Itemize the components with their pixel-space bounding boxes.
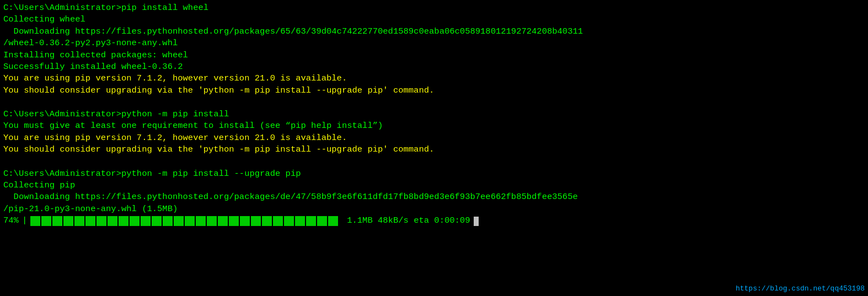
terminal-line: /pip-21.0-py3-none-any.whl (1.5MB) bbox=[3, 203, 865, 215]
terminal-line: Collecting pip bbox=[3, 180, 865, 191]
progress-block bbox=[251, 216, 261, 226]
terminal-line: C:\Users\Administrator>python -m pip ins… bbox=[3, 168, 865, 180]
terminal-warning: You are using pip version 7.1.2, however… bbox=[3, 73, 865, 84]
progress-block bbox=[196, 216, 206, 226]
progress-block bbox=[74, 216, 84, 226]
progress-block bbox=[108, 216, 117, 226]
progress-block bbox=[130, 216, 140, 226]
progress-block bbox=[240, 216, 250, 226]
terminal-warning: You should consider upgrading via the 'p… bbox=[3, 85, 865, 96]
progress-block bbox=[284, 216, 294, 226]
progress-block bbox=[218, 216, 228, 226]
progress-block bbox=[174, 216, 184, 226]
progress-bar bbox=[30, 216, 338, 226]
terminal-warning: You should consider upgrading via the 'p… bbox=[3, 144, 865, 155]
progress-stats: 1.1MB 48kB/s eta 0:00:09 bbox=[347, 215, 470, 227]
terminal-line: C:\Users\Administrator>pip install wheel bbox=[3, 2, 865, 14]
terminal-warning: You are using pip version 7.1.2, however… bbox=[3, 132, 865, 144]
terminal-line: /wheel-0.36.2-py2.py3-none-any.whl bbox=[3, 37, 865, 49]
progress-block bbox=[141, 216, 151, 226]
progress-percent: 74% bbox=[3, 215, 19, 227]
terminal-line: Downloading https://files.pythonhosted.o… bbox=[3, 191, 865, 203]
terminal-line: Installing collected packages: wheel bbox=[3, 50, 865, 61]
terminal-blank bbox=[3, 156, 865, 168]
progress-block bbox=[41, 216, 51, 226]
progress-block bbox=[328, 216, 338, 226]
terminal-line: You must give at least one requirement t… bbox=[3, 120, 865, 132]
cursor bbox=[474, 217, 479, 226]
progress-bar-row: 74% | bbox=[3, 215, 865, 227]
progress-block bbox=[119, 216, 128, 226]
progress-block bbox=[306, 216, 316, 226]
terminal-line: Successfully installed wheel-0.36.2 bbox=[3, 61, 865, 73]
watermark: https://blog.csdn.net/qq453198 bbox=[736, 284, 865, 294]
progress-block bbox=[30, 216, 40, 226]
terminal-line: Downloading https://files.pythonhosted.o… bbox=[3, 26, 865, 37]
terminal: C:\Users\Administrator>pip install wheel… bbox=[0, 0, 868, 296]
progress-block bbox=[262, 216, 272, 226]
progress-block bbox=[63, 216, 73, 226]
terminal-line: C:\Users\Administrator>python -m pip ins… bbox=[3, 109, 865, 120]
progress-block bbox=[185, 216, 195, 226]
progress-block bbox=[229, 216, 239, 226]
progress-block bbox=[85, 216, 95, 226]
progress-block bbox=[317, 216, 327, 226]
progress-block bbox=[97, 216, 106, 226]
progress-block bbox=[152, 216, 162, 226]
progress-pipe-left: | bbox=[22, 215, 27, 227]
terminal-blank bbox=[3, 96, 865, 109]
progress-block bbox=[163, 216, 173, 226]
progress-block bbox=[273, 216, 283, 226]
progress-block bbox=[52, 216, 62, 226]
terminal-line: Collecting wheel bbox=[3, 14, 865, 25]
progress-block bbox=[207, 216, 217, 226]
progress-block bbox=[295, 216, 305, 226]
